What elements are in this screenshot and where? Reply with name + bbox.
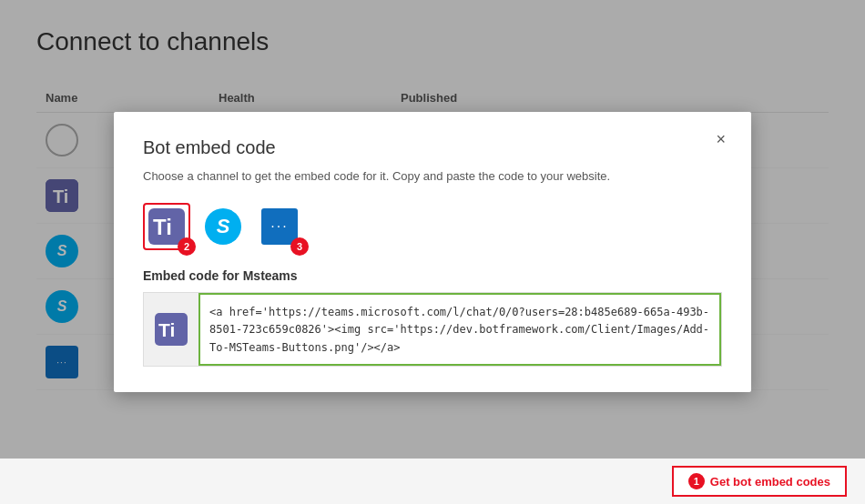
get-embed-label: Get bot embed codes [710, 475, 830, 489]
embed-code-textarea[interactable] [198, 293, 721, 366]
bottom-bar: 1 Get bot embed codes [0, 459, 865, 504]
skype-channel-button[interactable]: S [199, 203, 247, 250]
close-button[interactable]: × [708, 126, 733, 153]
modal-overlay: × Bot embed code Choose a channel to get… [0, 0, 865, 504]
channel-badge-3: 3 [290, 237, 309, 256]
teams-channel-button[interactable]: Ti 2 [143, 203, 190, 250]
webchat-channel-button[interactable]: ··· 3 [256, 203, 303, 250]
svg-text:Ti: Ti [158, 319, 175, 340]
embed-section-label: Embed code for Msteams [143, 268, 722, 283]
embed-teams-icon: Ti [155, 313, 188, 346]
modal-description: Choose a channel to get the embed code f… [143, 167, 722, 186]
embed-code-box: Ti [143, 292, 722, 367]
get-bot-embed-codes-button[interactable]: 1 Get bot embed codes [672, 466, 847, 497]
channel-icons-row: Ti 2 S ··· 3 [143, 203, 722, 250]
get-embed-badge: 1 [688, 473, 705, 489]
channel-badge: 2 [178, 237, 196, 256]
modal-dialog: × Bot embed code Choose a channel to get… [114, 112, 751, 393]
modal-title: Bot embed code [143, 137, 722, 158]
svg-text:Ti: Ti [153, 215, 172, 239]
skype-icon: S [205, 208, 241, 245]
embed-icon-area: Ti [144, 293, 198, 366]
